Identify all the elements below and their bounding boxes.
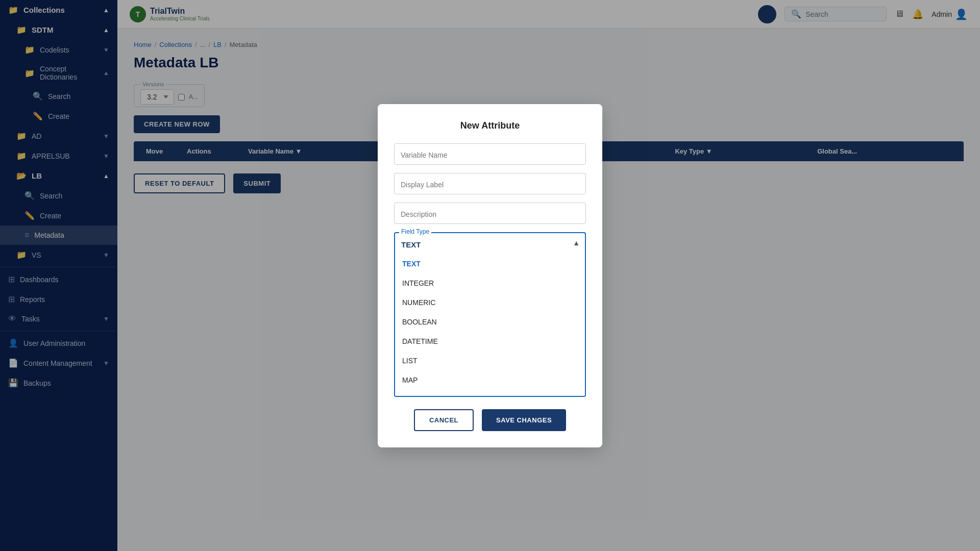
modal-title: New Attribute: [394, 120, 586, 131]
field-type-select-wrapper: TEXT ▲: [394, 232, 586, 254]
display-label-field: [394, 173, 586, 194]
dropdown-item-text[interactable]: TEXT: [395, 254, 585, 273]
cancel-button[interactable]: CANCEL: [414, 409, 474, 431]
display-label-input[interactable]: [394, 173, 586, 194]
field-type-container: Field Type TEXT ▲ TEXT INTEGER NUMERIC B…: [394, 232, 586, 397]
description-field: [394, 203, 586, 224]
modal: New Attribute Field Type TEXT ▲ TEXT INT…: [378, 104, 602, 447]
dropdown-item-integer[interactable]: INTEGER: [395, 273, 585, 293]
save-changes-button[interactable]: SAVE CHANGES: [482, 409, 566, 431]
dropdown-list: TEXT INTEGER NUMERIC BOOLEAN DATETIME LI…: [394, 254, 586, 397]
modal-overlay: New Attribute Field Type TEXT ▲ TEXT INT…: [0, 0, 980, 551]
dropdown-item-datetime[interactable]: DATETIME: [395, 332, 585, 351]
dropdown-item-numeric[interactable]: NUMERIC: [395, 293, 585, 312]
variable-name-field: [394, 143, 586, 165]
variable-name-input[interactable]: [394, 143, 586, 165]
field-type-label: Field Type: [399, 228, 431, 235]
modal-actions: CANCEL SAVE CHANGES: [394, 409, 586, 431]
dropdown-item-list[interactable]: LIST: [395, 351, 585, 370]
field-type-value[interactable]: TEXT: [394, 232, 586, 254]
dropdown-item-json[interactable]: JSON: [395, 390, 585, 397]
dropdown-item-boolean[interactable]: BOOLEAN: [395, 312, 585, 332]
description-input[interactable]: [394, 203, 586, 224]
dropdown-item-map[interactable]: MAP: [395, 370, 585, 390]
